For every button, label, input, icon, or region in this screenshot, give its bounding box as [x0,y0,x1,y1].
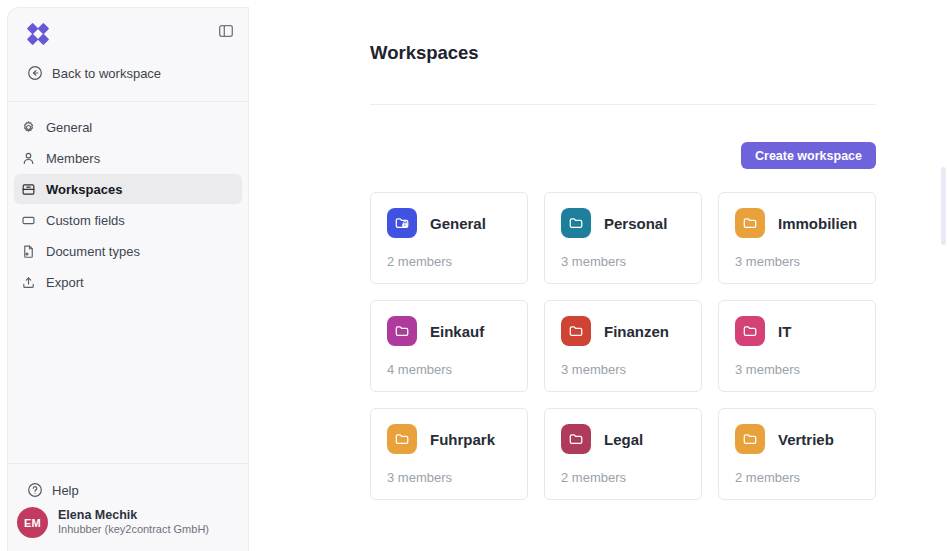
workspace-members-count: 3 members [387,470,511,485]
workspace-name: Finanzen [604,323,669,340]
workspace-members-count: 3 members [735,254,859,269]
workspace-members-count: 3 members [561,362,685,377]
sidebar: Back to workspace General Members Worksp… [7,7,249,551]
user-profile[interactable]: EM Elena Mechik Inhubber (key2contract G… [17,507,209,538]
create-workspace-button[interactable]: Create workspace [741,142,876,169]
main-content: Workspaces Create workspace General 2 me… [250,0,947,551]
user-role: Inhubber (key2contract GmbH) [58,523,209,537]
workspaces-icon [21,182,36,197]
workspace-grid: General 2 members Personal 3 members Imm… [370,192,876,500]
workspace-name: Legal [604,431,643,448]
workspace-name: IT [778,323,791,340]
workspace-folder-icon [561,424,591,454]
workspace-name: Immobilien [778,215,857,232]
workspace-folder-lock-icon [387,208,417,238]
workspace-name: Personal [604,215,667,232]
workspace-card-finanzen[interactable]: Finanzen 3 members [544,300,702,392]
workspace-card-vertrieb[interactable]: Vertrieb 2 members [718,408,876,500]
workspace-folder-icon [387,424,417,454]
workspace-folder-icon [735,208,765,238]
sidebar-item-label: Document types [46,244,140,259]
sidebar-item-export[interactable]: Export [14,267,242,297]
help-circle-icon [27,482,43,498]
content-divider [370,104,876,105]
sidebar-divider-top [8,101,248,102]
custom-fields-icon [21,213,36,228]
workspace-members-count: 3 members [735,362,859,377]
workspace-card-immobilien[interactable]: Immobilien 3 members [718,192,876,284]
workspace-folder-icon [735,424,765,454]
workspace-card-einkauf[interactable]: Einkauf 4 members [370,300,528,392]
back-to-workspace-button[interactable]: Back to workspace [21,61,167,85]
arrow-left-circle-icon [27,65,43,81]
workspace-members-count: 3 members [561,254,685,269]
workspace-card-personal[interactable]: Personal 3 members [544,192,702,284]
workspace-card-it[interactable]: IT 3 members [718,300,876,392]
help-button[interactable]: Help [21,478,85,502]
sidebar-item-label: Members [46,151,100,166]
avatar: EM [17,507,48,538]
sidebar-item-custom-fields[interactable]: Custom fields [14,205,242,235]
export-icon [21,275,36,290]
workspace-name: Einkauf [430,323,484,340]
workspace-members-count: 4 members [387,362,511,377]
workspace-folder-icon [387,316,417,346]
workspace-folder-icon [735,316,765,346]
sidebar-item-general[interactable]: General [14,112,242,142]
page-title: Workspaces [370,42,479,64]
workspace-card-general[interactable]: General 2 members [370,192,528,284]
workspace-folder-icon [561,316,591,346]
sidebar-item-workspaces[interactable]: Workspaces [14,174,242,204]
help-label: Help [52,483,79,498]
workspace-name: General [430,215,486,232]
sidebar-item-label: Custom fields [46,213,125,228]
workspace-card-legal[interactable]: Legal 2 members [544,408,702,500]
sidebar-item-label: Export [46,275,84,290]
scrollbar-thumb[interactable] [941,167,946,245]
document-icon [21,244,36,259]
sidebar-item-label: General [46,120,92,135]
workspace-members-count: 2 members [735,470,859,485]
workspace-members-count: 2 members [561,470,685,485]
sidebar-item-label: Workspaces [46,182,122,197]
sidebar-item-members[interactable]: Members [14,143,242,173]
brand-diamonds-icon [25,21,51,47]
back-to-workspace-label: Back to workspace [52,66,161,81]
workspace-folder-icon [561,208,591,238]
workspace-members-count: 2 members [387,254,511,269]
sidebar-nav: General Members Workspaces Custom fields… [14,112,242,298]
sidebar-divider-bottom [8,463,248,464]
gear-icon [21,120,36,135]
workspace-card-fuhrpark[interactable]: Fuhrpark 3 members [370,408,528,500]
user-name: Elena Mechik [58,508,209,522]
person-icon [21,151,36,166]
sidebar-toggle-icon[interactable] [214,19,238,43]
sidebar-item-document-types[interactable]: Document types [14,236,242,266]
workspace-name: Fuhrpark [430,431,495,448]
workspace-name: Vertrieb [778,431,834,448]
